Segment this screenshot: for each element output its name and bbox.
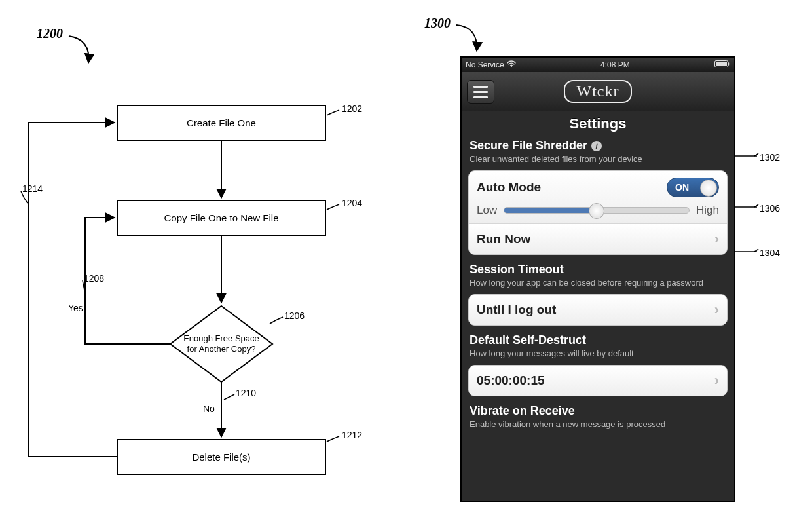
- intensity-slider-row: Low High: [477, 204, 719, 217]
- svg-rect-10: [728, 62, 729, 66]
- label-no: No: [203, 404, 215, 414]
- selfdestruct-title: Default Self-Destruct: [470, 333, 586, 347]
- slider-thumb[interactable]: [589, 203, 604, 219]
- chevron-right-icon: ›: [714, 231, 719, 248]
- run-now-label: Run Now: [477, 232, 530, 246]
- session-title: Session Timeout: [470, 263, 564, 276]
- auto-mode-cell: Auto Mode ON Low High: [469, 171, 727, 224]
- figure-ref-1300-text: 1300: [424, 16, 451, 30]
- clock-text: 4:08 PM: [600, 60, 630, 69]
- page-title: Settings: [462, 111, 734, 135]
- run-now-cell[interactable]: Run Now ›: [469, 224, 727, 254]
- ref-1204: 1204: [342, 198, 362, 208]
- ref-1212: 1212: [342, 430, 362, 440]
- figure-ref-1300: 1300: [424, 16, 451, 31]
- vibrate-section-header: Vibrate on Receive Enable vibration when…: [462, 400, 734, 432]
- shredder-title: Secure File Shredder: [470, 139, 587, 153]
- flow-create-file: Create File One: [117, 105, 326, 141]
- app-logo: Wtckr: [564, 80, 633, 103]
- selfdestruct-value-cell[interactable]: 05:00:00:15 ›: [469, 366, 727, 396]
- ref-1208: 1208: [84, 273, 104, 284]
- vibrate-title: Vibrate on Receive: [470, 404, 575, 418]
- battery-icon: [714, 60, 730, 69]
- nav-bar: Wtckr: [462, 72, 734, 111]
- shredder-section-header: Secure File Shredder i Clear unwanted de…: [462, 135, 734, 166]
- flow-decision-label: Enough Free Space for Another Copy?: [169, 305, 274, 383]
- figure-ref-1200: 1200: [37, 26, 63, 41]
- slider-low-label: Low: [477, 204, 497, 217]
- info-icon[interactable]: i: [591, 141, 602, 151]
- slider-high-label: High: [696, 204, 719, 217]
- intensity-slider[interactable]: [504, 207, 690, 214]
- flow-decision: Enough Free Space for Another Copy?: [169, 305, 274, 383]
- flow-copy-file: Copy File One to New File: [117, 200, 326, 236]
- chevron-right-icon: ›: [714, 372, 719, 389]
- session-value: Until I log out: [477, 303, 556, 317]
- toggle-knob: [700, 180, 717, 197]
- label-yes: Yes: [68, 303, 83, 313]
- status-bar: No Service 4:08 PM: [462, 58, 734, 72]
- svg-rect-9: [716, 62, 727, 66]
- ref-1304: 1304: [760, 248, 780, 258]
- svg-point-7: [511, 66, 512, 67]
- menu-button[interactable]: [467, 80, 494, 104]
- ref-1202: 1202: [342, 104, 362, 114]
- selfdestruct-group: 05:00:00:15 ›: [468, 365, 728, 396]
- flow-delete-files-label: Delete File(s): [192, 451, 250, 463]
- wifi-icon: [507, 60, 516, 70]
- selfdestruct-desc: How long your messages will live by defa…: [470, 349, 726, 358]
- flow-delete-files: Delete File(s): [117, 439, 326, 475]
- ref-1302: 1302: [760, 152, 780, 162]
- toggle-text: ON: [675, 182, 689, 193]
- figure-ref-1200-text: 1200: [37, 26, 63, 41]
- selfdestruct-value: 05:00:00:15: [477, 373, 545, 388]
- carrier-text: No Service: [466, 60, 504, 69]
- chevron-right-icon: ›: [714, 301, 719, 318]
- phone-screenshot: No Service 4:08 PM Wtckr Settings Secure…: [460, 56, 735, 502]
- vibrate-desc: Enable vibration when a new message is p…: [470, 419, 726, 429]
- flow-copy-file-label: Copy File One to New File: [164, 212, 278, 223]
- ref-1214: 1214: [22, 183, 43, 194]
- session-group: Until I log out ›: [468, 294, 728, 326]
- session-value-cell[interactable]: Until I log out ›: [469, 295, 727, 325]
- session-section-header: Session Timeout How long your app can be…: [462, 259, 734, 290]
- selfdestruct-section-header: Default Self-Destruct How long your mess…: [462, 330, 734, 361]
- ref-1206: 1206: [284, 311, 304, 321]
- shredder-desc: Clear unwanted deleted files from your d…: [470, 154, 726, 164]
- ref-1210: 1210: [236, 388, 256, 398]
- shredder-group: Auto Mode ON Low High Run Now ›: [468, 170, 728, 255]
- ref-1306: 1306: [760, 203, 780, 214]
- auto-mode-toggle[interactable]: ON: [667, 178, 719, 197]
- flow-create-file-label: Create File One: [187, 117, 256, 128]
- session-desc: How long your app can be closed before r…: [470, 278, 726, 288]
- auto-mode-label: Auto Mode: [477, 180, 541, 195]
